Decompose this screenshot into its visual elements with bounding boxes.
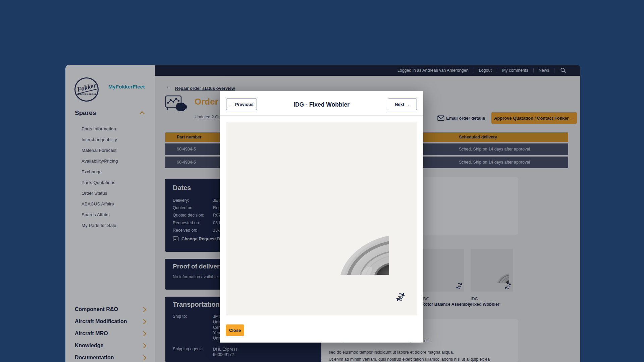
next-button[interactable]: Next →	[388, 99, 417, 110]
3d-rotate-icon	[395, 292, 406, 302]
screen: R8ZZ CHINA 3D Fokker SERVICES GROUP MyFo…	[0, 0, 644, 362]
part-image-frame[interactable]	[226, 122, 417, 315]
part-viewer-modal: ← Previous IDG - Fixed Wobbler Next → Cl…	[220, 91, 423, 343]
bearing-image[interactable]	[248, 154, 389, 275]
divider	[220, 115, 423, 116]
close-button[interactable]: Close	[226, 324, 244, 336]
